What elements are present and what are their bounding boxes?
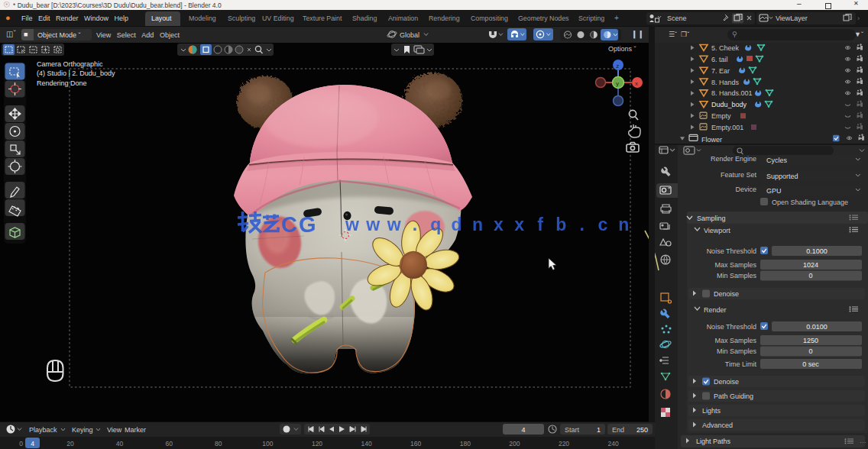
svg-text:Open Shading Language: Open Shading Language [772, 199, 848, 206]
svg-text:y: y [616, 80, 619, 87]
svg-text:1250: 1250 [803, 337, 818, 344]
svg-text:Dudu_body: Dudu_body [711, 101, 747, 108]
svg-text:d: d [452, 215, 462, 234]
svg-text:Supported: Supported [766, 173, 798, 180]
svg-text:Feature Set: Feature Set [721, 171, 757, 179]
svg-text:f: f [537, 215, 543, 234]
svg-text:Noise Threshold: Noise Threshold [707, 247, 756, 255]
svg-text:Min Samples: Min Samples [717, 272, 757, 279]
svg-text:z: z [616, 63, 619, 69]
svg-text:Viewport: Viewport [704, 227, 730, 234]
svg-text:End: End [612, 426, 624, 434]
svg-text:Noise Threshold: Noise Threshold [707, 323, 756, 331]
svg-text:Start: Start [565, 426, 580, 434]
svg-text:Light Paths: Light Paths [696, 438, 731, 445]
svg-text:120: 120 [312, 440, 322, 447]
svg-text:180: 180 [460, 440, 471, 447]
svg-text:x: x [635, 80, 638, 87]
svg-text:Time Limit: Time Limit [725, 360, 757, 368]
svg-text:Device: Device [735, 186, 756, 193]
svg-text:0 sec: 0 sec [802, 360, 819, 368]
svg-text:40: 40 [116, 440, 124, 447]
svg-text:100: 100 [262, 440, 273, 447]
svg-text:CG: CG [281, 212, 318, 237]
svg-text:.: . [579, 215, 584, 234]
svg-text:b: b [555, 215, 566, 234]
svg-text:.: . [413, 215, 417, 234]
svg-text:20: 20 [66, 440, 74, 447]
svg-text:w: w [387, 215, 401, 234]
svg-text:n: n [618, 215, 629, 234]
svg-text:GPU: GPU [766, 187, 782, 195]
svg-text:Min Samples: Min Samples [717, 347, 757, 355]
svg-text:240: 240 [608, 440, 619, 447]
svg-text:Playback: Playback [29, 426, 57, 434]
svg-text:x: x [494, 215, 504, 234]
svg-text:0: 0 [808, 272, 812, 279]
svg-text:4: 4 [521, 426, 525, 434]
svg-text:0.1000: 0.1000 [806, 247, 828, 255]
svg-text:Marker: Marker [125, 426, 146, 434]
svg-text:n: n [472, 215, 483, 234]
svg-text:6. tail: 6. tail [711, 56, 728, 63]
svg-text:x: x [514, 215, 524, 234]
svg-text:w: w [345, 215, 359, 234]
svg-text:q: q [430, 215, 441, 234]
svg-text:7. Ear: 7. Ear [711, 67, 730, 75]
svg-text:220: 220 [559, 440, 569, 447]
svg-text:0: 0 [19, 440, 23, 447]
svg-text:Render: Render [704, 306, 727, 314]
svg-text:Render Engine: Render Engine [711, 155, 756, 163]
svg-text:Empty.001: Empty.001 [711, 124, 743, 131]
svg-text:Advanced: Advanced [702, 422, 733, 429]
svg-text:Denoise: Denoise [714, 290, 739, 298]
svg-text:200: 200 [509, 440, 520, 447]
svg-text:⋯: ⋯ [860, 439, 866, 446]
svg-text:160: 160 [410, 440, 421, 447]
svg-text:View: View [107, 426, 122, 434]
svg-text:4: 4 [31, 440, 34, 447]
svg-text:1024: 1024 [803, 261, 818, 269]
svg-text:60: 60 [165, 440, 173, 447]
svg-text:250: 250 [636, 426, 648, 434]
svg-text:140: 140 [361, 440, 372, 447]
svg-text:0.0100: 0.0100 [806, 323, 828, 331]
svg-text:8. Hands.001: 8. Hands.001 [711, 89, 753, 97]
svg-text:Sampling: Sampling [697, 215, 726, 222]
svg-text:Flower: Flower [701, 136, 722, 144]
svg-text:c: c [598, 215, 608, 234]
svg-text:0: 0 [808, 347, 812, 355]
svg-text:Empty: Empty [711, 112, 731, 120]
svg-text:Global: Global [400, 31, 419, 39]
svg-text:5. Cheek: 5. Cheek [711, 44, 740, 52]
svg-text:Denoise: Denoise [714, 378, 739, 386]
svg-text:Max Samples: Max Samples [714, 337, 756, 344]
svg-text:Max Samples: Max Samples [714, 261, 756, 269]
svg-text:Cycles: Cycles [766, 157, 788, 164]
svg-text:w: w [365, 215, 380, 234]
svg-text:Lights: Lights [702, 407, 721, 415]
svg-text:8. Hands: 8. Hands [711, 79, 740, 86]
svg-text:1: 1 [597, 426, 601, 434]
svg-text:Keying: Keying [72, 426, 93, 434]
svg-text:80: 80 [215, 440, 222, 447]
svg-text:Path Guiding: Path Guiding [714, 392, 753, 400]
